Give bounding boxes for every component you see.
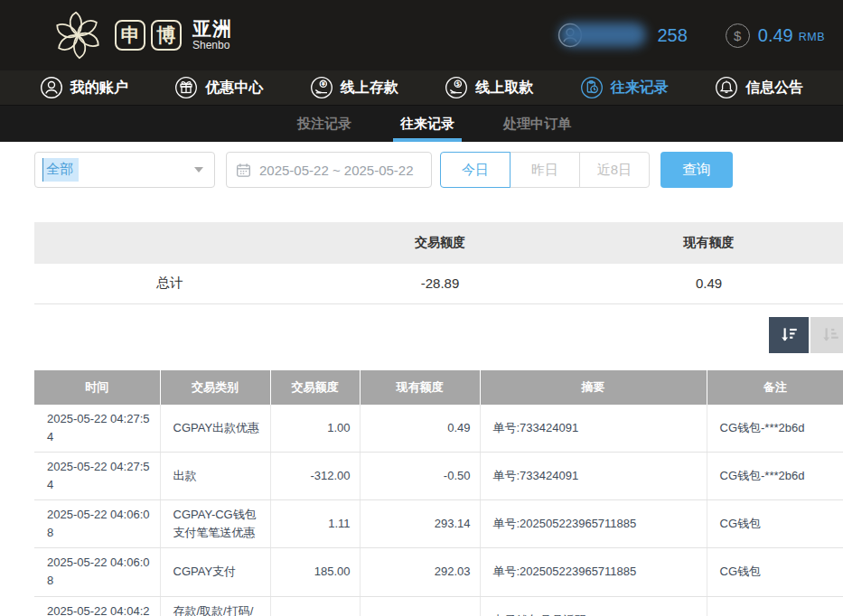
top-header: 申 博 亚洲 Shenbo 258 $ 0.49 RMB: [0, 0, 843, 70]
cell-category: 出款: [160, 452, 270, 499]
cell-remark: CG钱包: [707, 500, 843, 548]
logo-characters: 申 博: [115, 20, 182, 51]
table-row: 2025-05-22 04:06:08 CGPAY-CG钱包支付笔笔送优惠 1.…: [34, 500, 843, 548]
cell-summary: 单号:202505223965711885: [480, 548, 707, 596]
summary-total-label: 总计: [34, 264, 305, 303]
summary-header-empty: [34, 222, 305, 264]
logo-char-1: 申: [115, 20, 145, 51]
cell-amount: 1.11: [270, 500, 360, 548]
cell-balance: -0.50: [360, 452, 480, 499]
censored-username-blur: [559, 23, 646, 47]
date-range-value: 2025-05-22 ~ 2025-05-22: [259, 163, 414, 178]
svg-text:¥: ¥: [321, 80, 325, 88]
gift-icon: [174, 76, 198, 99]
sort-controls: [0, 317, 843, 353]
summary-total-transaction: -28.89: [305, 264, 575, 303]
summary-table: 交易额度 现有额度 总计 -28.89 0.49: [34, 222, 843, 304]
col-header-time: 时间: [34, 370, 160, 405]
cell-summary: 单号:733424091: [480, 452, 707, 499]
cell-remark: [707, 596, 843, 616]
cell-time: 2025-05-22 04:27:54: [34, 452, 160, 499]
nav-label: 线上存款: [341, 79, 398, 98]
quick-btn-today[interactable]: 今日: [440, 152, 510, 188]
cell-time: 2025-05-22 04:27:54: [34, 405, 160, 453]
nav-item-records[interactable]: 往来记录: [580, 76, 669, 99]
quick-btn-yesterday[interactable]: 昨日: [510, 152, 580, 188]
transactions-table: 时间 交易类别 交易额度 现有额度 摘要 备注 2025-05-22 04:27…: [34, 370, 843, 616]
tab-pending-orders[interactable]: 处理中订单: [501, 106, 573, 142]
balance-chip[interactable]: $ 0.49 RMB: [726, 23, 825, 48]
cell-category: CGPAY出款优惠: [160, 405, 270, 453]
date-range-input[interactable]: 2025-05-22 ~ 2025-05-22: [226, 152, 432, 188]
table-row: 2025-05-22 04:27:54 出款 -312.00 -0.50 单号:…: [34, 452, 843, 499]
username-chip[interactable]: 258: [557, 20, 687, 51]
logo-region-en: Shenbo: [192, 40, 232, 51]
tab-bet-records[interactable]: 投注记录: [295, 106, 353, 142]
cell-amount: 28.00: [270, 596, 360, 616]
type-select-dropdown[interactable]: 全部: [34, 152, 215, 188]
cell-balance: 0.49: [360, 405, 480, 453]
deposit-icon: ¥: [310, 76, 333, 99]
table-row: 2025-05-22 04:04:21 存款/取款/打码/损益 28.00 10…: [34, 596, 843, 616]
nav-item-deposit[interactable]: ¥ 线上存款: [310, 76, 398, 99]
cell-balance: 107.03: [360, 596, 480, 616]
type-select-value: 全部: [42, 158, 79, 182]
summary-total-row: 总计 -28.89 0.49: [34, 264, 843, 303]
table-header-row: 时间 交易类别 交易额度 现有额度 摘要 备注: [34, 370, 843, 405]
nav-item-withdraw[interactable]: $ 线上取款: [445, 76, 533, 99]
cell-amount: 1.00: [270, 405, 360, 453]
nav-item-promotions[interactable]: 优惠中心: [174, 76, 263, 99]
bell-icon: [715, 76, 738, 99]
filter-row: 全部 2025-05-22 ~ 2025-05-22 今日 昨日 近8日 查询: [34, 152, 843, 188]
nav-label: 优惠中心: [205, 79, 263, 98]
table-row: 2025-05-22 04:06:08 CGPAY支付 185.00 292.0…: [34, 548, 843, 596]
nav-label: 信息公告: [745, 79, 803, 98]
cell-balance: 292.03: [360, 548, 480, 596]
col-header-remark: 备注: [707, 370, 843, 405]
sub-nav: 投注记录 往来记录 处理中订单: [0, 106, 843, 142]
cell-category: CGPAY-CG钱包支付笔笔送优惠: [160, 500, 270, 548]
cell-amount: 185.00: [270, 548, 360, 596]
cell-remark: CG钱包-***2b6d: [707, 452, 843, 499]
table-row: 2025-05-22 04:27:54 CGPAY出款优惠 1.00 0.49 …: [34, 405, 843, 453]
logo-region: 亚洲 Shenbo: [192, 19, 232, 51]
cell-time: 2025-05-22 04:06:08: [34, 500, 160, 548]
tab-transaction-records[interactable]: 往来记录: [398, 106, 456, 142]
username-suffix: 258: [657, 25, 687, 46]
summary-header-transaction: 交易额度: [305, 222, 575, 264]
cell-category: 存款/取款/打码/损益: [160, 596, 270, 616]
flower-logo-icon: [50, 7, 106, 63]
balance-currency: RMB: [799, 27, 825, 43]
nav-label: 线上取款: [475, 79, 533, 98]
site-logo[interactable]: 申 博 亚洲 Shenbo: [50, 7, 232, 63]
quick-btn-last8days[interactable]: 近8日: [579, 152, 650, 188]
cell-category: CGPAY支付: [160, 548, 270, 596]
page: 申 博 亚洲 Shenbo 258 $ 0.49 RMB: [0, 0, 843, 616]
cell-time: 2025-05-22 04:04:21: [34, 596, 160, 616]
col-header-balance: 现有额度: [360, 370, 480, 405]
account-area: 258 $ 0.49 RMB: [557, 20, 825, 51]
nav-item-announcements[interactable]: 信息公告: [715, 76, 803, 99]
nav-item-my-account[interactable]: 我的账户: [40, 76, 128, 99]
cell-time: 2025-05-22 04:06:08: [34, 548, 160, 596]
user-icon: [40, 76, 63, 99]
col-header-amount: 交易额度: [270, 370, 360, 405]
withdraw-icon: $: [445, 76, 468, 99]
balance-value: 0.49: [758, 25, 793, 46]
cell-summary: 单号:733424091: [480, 405, 707, 453]
col-header-summary: 摘要: [480, 370, 707, 405]
records-icon: [580, 76, 604, 99]
logo-region-cn: 亚洲: [192, 19, 232, 39]
sort-descending-button[interactable]: [769, 317, 809, 353]
tab-label: 往来记录: [400, 116, 454, 133]
calendar-icon: [236, 163, 251, 178]
sort-ascending-button[interactable]: [810, 317, 843, 353]
cell-amount: -312.00: [270, 452, 360, 499]
dollar-coin-icon: $: [726, 23, 750, 48]
chevron-down-icon: [194, 167, 203, 173]
sort-ascending-icon: [820, 324, 841, 346]
search-button[interactable]: 查询: [660, 152, 733, 188]
nav-label: 往来记录: [611, 79, 669, 98]
summary-header-balance: 现有额度: [575, 222, 843, 264]
tab-label: 投注记录: [297, 116, 351, 133]
